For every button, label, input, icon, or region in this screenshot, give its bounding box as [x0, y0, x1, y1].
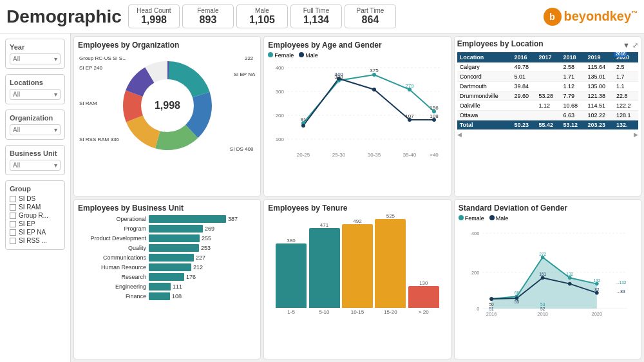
svg-text:30-35: 30-35: [368, 152, 381, 158]
col-2018: 2018: [561, 52, 585, 62]
filter-locations-select[interactable]: All ▾: [10, 89, 61, 100]
group-item-sirss[interactable]: SI RSS ...: [10, 237, 61, 244]
cell-calgary-2019: 115.64: [585, 62, 614, 72]
cell-total-2020: 132.: [614, 120, 638, 130]
table-total-row: Total 50.23 55.42 53.12 203.23 132.: [457, 120, 638, 130]
cell-drummond-2020: 22.8: [614, 91, 638, 101]
cell-concord-2016: 5.01: [511, 72, 536, 82]
cell-dartmouth-2020: 1.1: [614, 82, 638, 91]
donut-label-siepna: SI EP NA: [234, 71, 256, 77]
header: Demographic Head Count 1,998 Female 893 …: [0, 0, 644, 33]
legend-std-male: Male: [489, 215, 509, 222]
cell-concord-2017: [536, 72, 561, 82]
svg-text:340: 340: [335, 71, 344, 77]
filter-icon[interactable]: ▼: [623, 41, 630, 50]
filter-year: Year All ▾: [5, 39, 65, 69]
table-row: Ottawa 6.63 102.22 128.1: [457, 111, 638, 120]
tenure-bar-gt20: 130 > 20: [408, 280, 439, 315]
hbar-product-dev: Product Development 255: [78, 234, 256, 242]
svg-text:161: 161: [539, 272, 546, 276]
cell-oakville-name: Oakville: [457, 101, 512, 111]
group-siep-label: SI EP: [19, 220, 35, 227]
cell-dartmouth-2018: 1.12: [561, 82, 585, 91]
table-row: Drummondville 29.60 53.28 7.79 121.38 22…: [457, 91, 638, 101]
cell-concord-2019: 135.01: [585, 72, 614, 82]
hbar-engineering: Engineering 111: [78, 283, 256, 291]
svg-text:132: 132: [566, 272, 573, 276]
table-row: Dartmouth 39.84 1.12 135.00 1.1: [457, 82, 638, 91]
cell-total-2018: 53.12: [561, 120, 585, 130]
stat-head-count-label: Head Count: [135, 7, 173, 14]
filter-bu-select[interactable]: All ▾: [10, 160, 61, 171]
cell-ottawa-2017: [536, 111, 561, 120]
legend-std-female: Female: [459, 215, 484, 222]
stat-fulltime: Full Time 1,134: [290, 5, 342, 28]
svg-text:55: 55: [514, 300, 519, 304]
table-next-btn[interactable]: ▶: [634, 131, 638, 138]
chart-org: Employees by Organization: [73, 36, 261, 196]
cell-calgary-name: Calgary: [457, 62, 512, 72]
stat-parttime: Part Time 864: [345, 5, 396, 28]
stat-male-label: Male: [243, 7, 281, 14]
group-section: Group SI DS SI RAM Group R... SI EP SI E…: [5, 180, 65, 250]
cell-oakville-2020: 122.2: [614, 101, 638, 111]
group-item-siep[interactable]: SI EP: [10, 220, 61, 227]
stat-fulltime-value: 1,134: [298, 14, 335, 26]
svg-text:200: 200: [471, 270, 479, 276]
donut-label-grouprc: Group RC-US SI S...: [79, 55, 127, 61]
group-item-siepna[interactable]: SI EP NA: [10, 229, 61, 236]
stat-parttime-value: 864: [352, 14, 389, 26]
cell-drummond-2016: 29.60: [511, 91, 536, 101]
cell-dartmouth-2019: 135.00: [585, 82, 614, 91]
svg-text:400: 400: [471, 231, 479, 236]
filter-organization-select[interactable]: All ▾: [10, 124, 61, 135]
group-item-groupr[interactable]: Group R...: [10, 212, 61, 219]
chart-tenure-title: Employees by Tenure: [268, 204, 446, 213]
stat-parttime-label: Part Time: [352, 7, 389, 14]
filter-bu-label: Business Unit: [10, 149, 61, 157]
group-item-siram[interactable]: SI RAM: [10, 204, 61, 211]
col-2020: 2020 2016: [614, 52, 638, 62]
hbar-hr: Human Resource 212: [78, 263, 256, 271]
svg-text:2016: 2016: [486, 311, 497, 317]
svg-text:52: 52: [540, 307, 545, 311]
cell-concord-2020: 1.7: [614, 72, 638, 82]
donut-label-siram: SI RAM: [79, 100, 97, 106]
cell-dartmouth-2016: 39.84: [511, 82, 536, 91]
table-prev-btn[interactable]: ◀: [457, 131, 462, 138]
cell-dartmouth-name: Dartmouth: [457, 82, 512, 91]
hbar-research: Research 176: [78, 273, 256, 281]
svg-text:400: 400: [276, 65, 285, 71]
checkbox-sids[interactable]: [10, 196, 16, 202]
cell-total-label: Total: [457, 120, 512, 130]
chart-tenure: Employees by Tenure 380 1-5 471 5-10 492: [263, 199, 451, 359]
cell-oakville-2019: 114.51: [585, 101, 614, 111]
cell-total-2017: 55.42: [536, 120, 561, 130]
col-location: Location: [457, 52, 512, 62]
stat-fulltime-label: Full Time: [298, 7, 335, 14]
cell-calgary-2016: 49.78: [511, 62, 536, 72]
hbar-quality: Quality 253: [78, 244, 256, 252]
checkbox-groupr[interactable]: [10, 213, 16, 219]
donut-label-sids408: SI DS 408: [230, 146, 253, 152]
svg-text:279: 279: [406, 83, 415, 89]
expand-icon[interactable]: ⤢: [632, 41, 638, 50]
tenure-bar-15-20: 525 15-20: [375, 213, 406, 315]
checkbox-siram[interactable]: [10, 204, 16, 211]
chart-std-dev: Standard Deviation of Gender Female Male…: [454, 199, 641, 359]
cell-ottawa-2018: 6.63: [561, 111, 585, 120]
svg-marker-49: [491, 257, 597, 309]
checkbox-siepna[interactable]: [10, 229, 16, 236]
checkbox-siep[interactable]: [10, 221, 16, 227]
filter-organization: Organization All ▾: [5, 110, 65, 140]
group-item-sids[interactable]: SI DS: [10, 195, 61, 202]
svg-point-58: [568, 282, 572, 286]
checkbox-sirss[interactable]: [10, 238, 16, 244]
svg-text:91: 91: [301, 117, 307, 122]
filter-locations: Locations All ▾: [5, 74, 65, 104]
age-gender-svg: 400 300 200 100 20-25 25-30 30-35 35-40 …: [268, 61, 448, 161]
chart-location: Employees by Location ▼ ⤢ Location 2016 …: [454, 36, 641, 196]
table-row: Calgary 49.78 2.58 115.64 2.5: [457, 62, 638, 72]
filter-organization-label: Organization: [10, 114, 61, 122]
filter-year-select[interactable]: All ▾: [10, 53, 61, 64]
